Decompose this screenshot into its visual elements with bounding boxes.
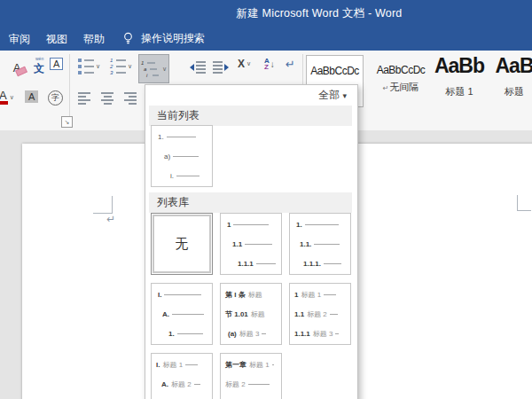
increase-indent-button[interactable] — [213, 61, 229, 74]
list-num: i. — [170, 172, 174, 180]
align-left-button[interactable] — [78, 92, 90, 105]
bar — [84, 72, 94, 74]
num: i — [146, 74, 150, 77]
bar — [116, 66, 126, 67]
preview-line — [330, 314, 338, 315]
show-hide-marks-button[interactable]: ↵ — [286, 58, 295, 71]
paragraph-mark-icon: ↵ — [286, 58, 295, 71]
list-num: 1 — [227, 221, 231, 229]
preview-line — [172, 314, 204, 315]
list-num: 1. — [158, 133, 164, 141]
dropdown-arrow-icon: ▾ — [342, 91, 347, 100]
tab-view[interactable]: 视图 — [46, 32, 67, 47]
phonetic-char: 文 — [34, 62, 44, 74]
return-mark-icon: ↵ — [383, 84, 389, 92]
preview-line — [176, 176, 200, 176]
title-bar: 新建 Microsoft Word 文档 - Word — [0, 0, 532, 27]
num: 2 — [110, 65, 113, 68]
list-library-item-heading-decimal[interactable]: 1标题 1 1.1标题 2 1.1.1标题 3 — [289, 283, 351, 345]
list-text: 标题 2 — [171, 380, 192, 388]
list-num: 1.1.1 — [238, 260, 254, 268]
align-center-icon — [101, 92, 113, 105]
style-preview: AaBbCcDc — [377, 64, 426, 76]
bullets-icon — [78, 59, 94, 74]
bar — [84, 59, 94, 61]
bar — [116, 59, 126, 61]
bullet-dot — [78, 59, 82, 62]
style-label-text: 无间隔 — [389, 82, 419, 92]
list-text: 标题 — [248, 291, 262, 299]
list-library-item-roman[interactable]: I. A. 1. — [151, 283, 213, 345]
arrow-left-icon — [190, 64, 194, 71]
list-num: 1. — [168, 330, 175, 338]
filter-label: 全部 — [318, 89, 340, 101]
list-num: 1.1. — [300, 240, 311, 248]
character-border-button[interactable]: A — [50, 58, 63, 70]
preview-line — [305, 224, 339, 225]
list-num: 第一章 — [225, 361, 246, 369]
bar — [153, 74, 159, 76]
down-arrow-icon: ↓ — [270, 59, 275, 69]
list-text: 标题 3 — [313, 330, 333, 338]
list-num: A. — [161, 380, 168, 388]
numbering-button[interactable]: 1 2 3 ∨ — [110, 59, 132, 74]
paragraph-end-mark: ↵ — [106, 213, 115, 225]
tab-help[interactable]: 帮助 — [83, 32, 105, 47]
list-num: 1. — [296, 221, 302, 229]
style-heading-1[interactable]: AaBb 标题 1 — [434, 52, 485, 98]
list-library-item-decimal-dot[interactable]: 1. 1.1. 1.1.1. — [289, 213, 351, 275]
list-num: 1.1.1. — [303, 260, 321, 268]
bar — [150, 68, 157, 70]
num: 3 — [110, 71, 113, 74]
list-text: 标题 1 — [301, 291, 321, 299]
font-color-icon: A — [0, 90, 8, 105]
style-preview: AaB — [495, 54, 532, 77]
tell-me-search[interactable]: 操作说明搜索 — [122, 31, 205, 46]
list-library-item-heading-roman[interactable]: I.标题 1 A.标题 2 1.标题 3 — [151, 353, 213, 399]
dialog-launcher-icon: ↘ — [65, 119, 70, 126]
preview-line — [324, 294, 336, 295]
multilevel-list-button[interactable]: 1 a i ∨ — [138, 54, 169, 83]
list-num: 1.1 — [232, 240, 242, 248]
list-text: 标题 3 — [239, 330, 260, 338]
tab-review[interactable]: 审阅 — [9, 32, 30, 47]
asian-layout-icon: X — [238, 58, 245, 70]
sort-icon: A Z — [264, 58, 270, 70]
align-right-button[interactable] — [124, 92, 137, 105]
style-heading-2[interactable]: AaB 标题 — [489, 52, 532, 98]
font-dialog-launcher[interactable]: ↘ — [61, 116, 73, 128]
list-library-item-article-section[interactable]: 第 I 条标题 节 1.01标题 (a)标题 3 — [220, 283, 282, 345]
list-filter-dropdown[interactable]: 全部 ▾ — [318, 88, 347, 103]
indent-bars — [196, 61, 206, 74]
list-library-none[interactable]: 无 — [151, 213, 213, 275]
preview-line — [173, 156, 199, 157]
style-label: ↵无间隔 — [372, 81, 429, 94]
list-library-item-chapter[interactable]: 第一章标题 1 标题 2 标题 3 — [220, 353, 282, 399]
list-text: 标题 2 — [225, 380, 246, 388]
phonetic-pinyin: wén — [35, 56, 43, 61]
phonetic-guide-button[interactable]: wén 文 — [29, 57, 49, 78]
word-window: 新建 Microsoft Word 文档 - Word 审阅 视图 帮助 操作说… — [0, 0, 532, 399]
style-no-spacing[interactable]: AaBbCcDc ↵无间隔 — [372, 61, 429, 94]
character-shading-button[interactable]: A — [25, 90, 38, 103]
sort-button[interactable]: A Z ↓ — [264, 58, 275, 70]
clear-formatting-button[interactable]: A — [7, 58, 27, 77]
list-num: a) — [164, 153, 170, 160]
preview-line — [167, 137, 196, 137]
font-color-button[interactable]: A ∨ — [0, 90, 14, 105]
list-library-item-decimal[interactable]: 1 1.1 1.1.1 — [220, 213, 282, 275]
sort-z: Z — [264, 64, 270, 70]
decrease-indent-button[interactable] — [190, 61, 206, 74]
preview-line — [185, 364, 198, 365]
current-list-item[interactable]: 1. a) i. — [151, 125, 213, 187]
bullets-button[interactable]: ∨ — [78, 59, 100, 74]
style-label: 标题 1 — [434, 85, 485, 98]
align-center-button[interactable] — [101, 92, 113, 105]
preview-line — [262, 333, 266, 334]
preview-line — [324, 263, 341, 264]
enclose-characters-button[interactable]: 字 — [48, 90, 63, 106]
chevron-down-icon: ∨ — [246, 60, 251, 67]
bar — [147, 62, 155, 64]
preview-line — [314, 244, 340, 245]
asian-layout-button[interactable]: X ∨ — [238, 58, 251, 70]
